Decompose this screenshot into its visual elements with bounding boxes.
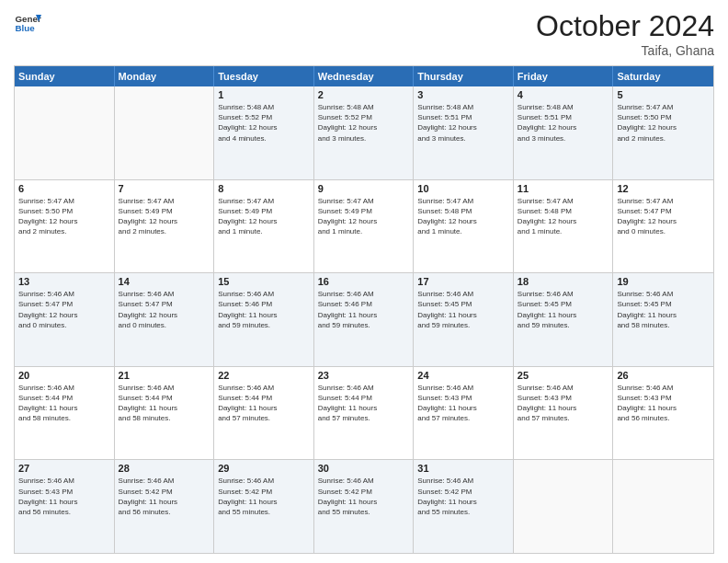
cell-detail: Sunrise: 5:48 AM Sunset: 5:51 PM Dayligh… [518, 102, 609, 144]
calendar-cell: 30Sunrise: 5:46 AM Sunset: 5:42 PM Dayli… [314, 460, 415, 553]
day-number: 28 [119, 463, 210, 474]
calendar-row-1: 6Sunrise: 5:47 AM Sunset: 5:50 PM Daylig… [15, 179, 713, 273]
header-cell-wednesday: Wednesday [314, 66, 415, 86]
day-number: 29 [218, 463, 310, 474]
calendar-body: 1Sunrise: 5:48 AM Sunset: 5:52 PM Daylig… [15, 86, 713, 553]
calendar-cell: 21Sunrise: 5:46 AM Sunset: 5:44 PM Dayli… [115, 367, 215, 460]
calendar-cell: 16Sunrise: 5:46 AM Sunset: 5:46 PM Dayli… [314, 273, 415, 366]
cell-detail: Sunrise: 5:46 AM Sunset: 5:45 PM Dayligh… [417, 289, 509, 330]
day-number: 12 [617, 183, 710, 194]
calendar-cell: 4Sunrise: 5:48 AM Sunset: 5:51 PM Daylig… [514, 86, 614, 179]
day-number: 16 [318, 276, 410, 287]
calendar-cell [115, 86, 215, 179]
title-block: October 2024 Taifa, Ghana [536, 9, 714, 58]
calendar-cell: 15Sunrise: 5:46 AM Sunset: 5:46 PM Dayli… [214, 273, 314, 366]
cell-detail: Sunrise: 5:46 AM Sunset: 5:47 PM Dayligh… [18, 289, 110, 330]
general-blue-icon: General Blue [14, 9, 41, 37]
calendar-row-4: 27Sunrise: 5:46 AM Sunset: 5:43 PM Dayli… [15, 459, 713, 553]
day-number: 14 [119, 276, 210, 287]
cell-detail: Sunrise: 5:47 AM Sunset: 5:47 PM Dayligh… [617, 196, 710, 237]
calendar-header: SundayMondayTuesdayWednesdayThursdayFrid… [15, 66, 713, 86]
cell-detail: Sunrise: 5:46 AM Sunset: 5:42 PM Dayligh… [119, 476, 210, 517]
cell-detail: Sunrise: 5:47 AM Sunset: 5:50 PM Dayligh… [617, 102, 710, 144]
calendar-cell: 13Sunrise: 5:46 AM Sunset: 5:47 PM Dayli… [15, 273, 115, 366]
calendar-cell: 1Sunrise: 5:48 AM Sunset: 5:52 PM Daylig… [214, 86, 314, 179]
location: Taifa, Ghana [536, 43, 714, 58]
day-number: 13 [18, 276, 110, 287]
calendar-cell: 11Sunrise: 5:47 AM Sunset: 5:48 PM Dayli… [514, 180, 614, 273]
calendar-cell: 19Sunrise: 5:46 AM Sunset: 5:45 PM Dayli… [613, 273, 713, 366]
calendar-cell: 12Sunrise: 5:47 AM Sunset: 5:47 PM Dayli… [613, 180, 713, 273]
cell-detail: Sunrise: 5:46 AM Sunset: 5:47 PM Dayligh… [119, 289, 210, 330]
day-number: 15 [218, 276, 310, 287]
calendar-row-3: 20Sunrise: 5:46 AM Sunset: 5:44 PM Dayli… [15, 366, 713, 460]
calendar-cell: 20Sunrise: 5:46 AM Sunset: 5:44 PM Dayli… [15, 367, 115, 460]
cell-detail: Sunrise: 5:47 AM Sunset: 5:49 PM Dayligh… [119, 196, 210, 237]
cell-detail: Sunrise: 5:46 AM Sunset: 5:46 PM Dayligh… [218, 289, 310, 330]
day-number: 20 [18, 370, 110, 381]
page: General Blue October 2024 Taifa, Ghana S… [0, 0, 728, 563]
day-number: 23 [318, 370, 410, 381]
cell-detail: Sunrise: 5:46 AM Sunset: 5:43 PM Dayligh… [518, 383, 609, 424]
day-number: 6 [18, 183, 110, 194]
day-number: 7 [119, 183, 210, 194]
cell-detail: Sunrise: 5:47 AM Sunset: 5:48 PM Dayligh… [417, 196, 509, 237]
day-number: 30 [318, 463, 410, 474]
calendar-cell [514, 460, 614, 553]
calendar-row-2: 13Sunrise: 5:46 AM Sunset: 5:47 PM Dayli… [15, 272, 713, 366]
day-number: 17 [417, 276, 509, 287]
calendar-cell: 5Sunrise: 5:47 AM Sunset: 5:50 PM Daylig… [613, 86, 713, 179]
day-number: 9 [318, 183, 410, 194]
day-number: 27 [18, 463, 110, 474]
calendar-cell: 6Sunrise: 5:47 AM Sunset: 5:50 PM Daylig… [15, 180, 115, 273]
day-number: 22 [218, 370, 310, 381]
day-number: 25 [518, 370, 609, 381]
header-cell-saturday: Saturday [613, 66, 713, 86]
calendar-cell: 9Sunrise: 5:47 AM Sunset: 5:49 PM Daylig… [314, 180, 415, 273]
day-number: 5 [617, 89, 710, 100]
cell-detail: Sunrise: 5:48 AM Sunset: 5:52 PM Dayligh… [218, 102, 310, 144]
cell-detail: Sunrise: 5:46 AM Sunset: 5:42 PM Dayligh… [218, 476, 310, 517]
calendar-cell: 24Sunrise: 5:46 AM Sunset: 5:43 PM Dayli… [414, 367, 514, 460]
calendar-cell: 8Sunrise: 5:47 AM Sunset: 5:49 PM Daylig… [214, 180, 314, 273]
month-title: October 2024 [536, 9, 714, 43]
cell-detail: Sunrise: 5:46 AM Sunset: 5:42 PM Dayligh… [318, 476, 410, 517]
header-cell-tuesday: Tuesday [214, 66, 314, 86]
cell-detail: Sunrise: 5:46 AM Sunset: 5:42 PM Dayligh… [417, 476, 509, 517]
calendar-cell: 7Sunrise: 5:47 AM Sunset: 5:49 PM Daylig… [115, 180, 215, 273]
calendar-cell: 28Sunrise: 5:46 AM Sunset: 5:42 PM Dayli… [115, 460, 215, 553]
day-number: 31 [417, 463, 509, 474]
calendar-cell [15, 86, 115, 179]
calendar-cell: 23Sunrise: 5:46 AM Sunset: 5:44 PM Dayli… [314, 367, 415, 460]
calendar-cell: 25Sunrise: 5:46 AM Sunset: 5:43 PM Dayli… [514, 367, 614, 460]
day-number: 26 [617, 370, 710, 381]
day-number: 21 [119, 370, 210, 381]
header: General Blue October 2024 Taifa, Ghana [14, 9, 714, 58]
svg-text:Blue: Blue [16, 23, 36, 33]
cell-detail: Sunrise: 5:46 AM Sunset: 5:45 PM Dayligh… [518, 289, 609, 330]
cell-detail: Sunrise: 5:46 AM Sunset: 5:46 PM Dayligh… [318, 289, 410, 330]
day-number: 1 [218, 89, 310, 100]
day-number: 11 [518, 183, 609, 194]
cell-detail: Sunrise: 5:46 AM Sunset: 5:44 PM Dayligh… [119, 383, 210, 424]
calendar-cell: 18Sunrise: 5:46 AM Sunset: 5:45 PM Dayli… [514, 273, 614, 366]
calendar: SundayMondayTuesdayWednesdayThursdayFrid… [14, 65, 714, 554]
calendar-cell: 2Sunrise: 5:48 AM Sunset: 5:52 PM Daylig… [314, 86, 415, 179]
calendar-cell: 26Sunrise: 5:46 AM Sunset: 5:43 PM Dayli… [613, 367, 713, 460]
header-cell-sunday: Sunday [15, 66, 115, 86]
cell-detail: Sunrise: 5:48 AM Sunset: 5:51 PM Dayligh… [417, 102, 509, 144]
header-cell-thursday: Thursday [414, 66, 514, 86]
cell-detail: Sunrise: 5:48 AM Sunset: 5:52 PM Dayligh… [318, 102, 410, 144]
calendar-cell: 31Sunrise: 5:46 AM Sunset: 5:42 PM Dayli… [414, 460, 514, 553]
day-number: 24 [417, 370, 509, 381]
calendar-cell [613, 460, 713, 553]
header-cell-monday: Monday [115, 66, 215, 86]
cell-detail: Sunrise: 5:46 AM Sunset: 5:43 PM Dayligh… [18, 476, 110, 517]
calendar-cell: 10Sunrise: 5:47 AM Sunset: 5:48 PM Dayli… [414, 180, 514, 273]
cell-detail: Sunrise: 5:46 AM Sunset: 5:45 PM Dayligh… [617, 289, 710, 330]
cell-detail: Sunrise: 5:47 AM Sunset: 5:48 PM Dayligh… [518, 196, 609, 237]
logo: General Blue [14, 9, 41, 37]
day-number: 18 [518, 276, 609, 287]
cell-detail: Sunrise: 5:47 AM Sunset: 5:49 PM Dayligh… [318, 196, 410, 237]
day-number: 19 [617, 276, 710, 287]
